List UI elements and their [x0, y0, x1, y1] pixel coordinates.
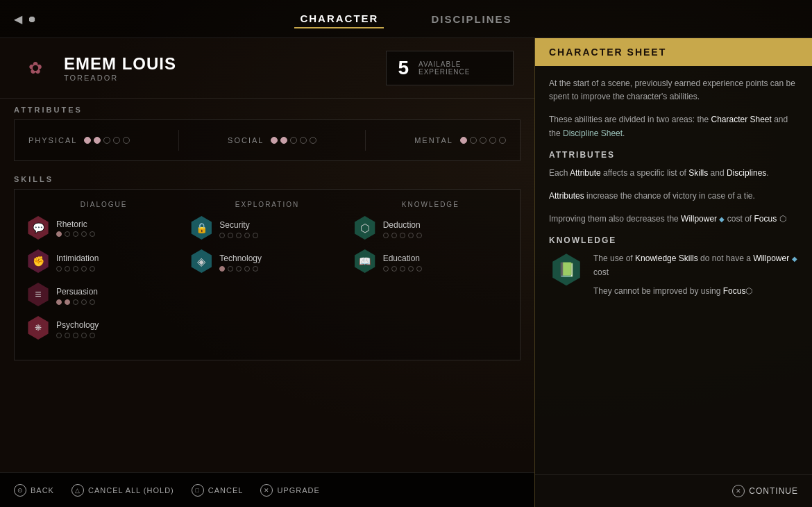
dot: [219, 266, 225, 272]
skill-item-education[interactable]: 📖 Education: [353, 249, 509, 274]
rhetoric-icon: 💬: [26, 215, 51, 240]
deduction-icon: ⬡: [353, 215, 378, 240]
knowledge-texts: The use of Knowledge Skills do not have …: [593, 252, 798, 308]
dialogue-label: DIALOGUE: [26, 201, 182, 208]
tab-character[interactable]: CHARACTER: [294, 10, 384, 28]
education-info: Education: [383, 251, 422, 272]
technology-dots: [219, 266, 262, 272]
right-bottom-bar: ✕ CONTINUE: [535, 474, 812, 507]
cancel-action[interactable]: □ CANCEL: [192, 484, 244, 497]
dot: [90, 333, 95, 338]
sheet-intro: At the start of a scene, previously earn…: [549, 77, 798, 103]
back-button[interactable]: ◀ ⏺: [14, 13, 37, 26]
dot: [56, 266, 62, 272]
willpower-highlight2: Willpower: [753, 254, 789, 263]
intimidation-info: Intimidation: [56, 251, 99, 272]
sheet-title: CHARACTER SHEET: [549, 47, 666, 58]
persuasion-name: Persuasion: [56, 287, 98, 297]
knowledge-icon: 📗: [550, 254, 582, 285]
psychology-name: Psychology: [56, 320, 99, 330]
security-icon: 🔒: [189, 215, 214, 240]
dot: [244, 266, 250, 272]
continue-label: CONTINUE: [749, 486, 798, 496]
security-dots: [219, 233, 258, 238]
experience-label: AVAILABLE EXPERIENCE: [418, 60, 502, 76]
dot: [280, 137, 287, 144]
dot: [81, 231, 87, 237]
mental-label: MENTAL: [414, 136, 453, 144]
skill-item-rhetoric[interactable]: 💬 Rhetoric: [26, 215, 182, 240]
dot: [73, 333, 78, 338]
dot: [236, 266, 242, 272]
skill-item-deduction[interactable]: ⬡ Deduction: [353, 215, 509, 240]
back-action[interactable]: ⊙ BACK: [14, 484, 54, 497]
rhetoric-name-dots: Rhetoric: [56, 219, 95, 229]
skills-title: SKILLS: [14, 175, 521, 183]
skill-item-intimidation[interactable]: ✊ Intimidation: [26, 249, 182, 274]
character-name: EMEM LOUIS: [64, 54, 372, 74]
back-arrow-icon: ◀: [14, 13, 22, 26]
dot: [499, 137, 506, 144]
physical-label: PHYSICAL: [28, 136, 77, 144]
skill-item-security[interactable]: 🔒 Security: [189, 215, 345, 240]
divider: [178, 130, 179, 151]
dot: [460, 137, 467, 144]
skill-item-technology[interactable]: ◈ Technology: [189, 249, 345, 274]
dot: [236, 233, 242, 238]
back-circle-icon: ⊙: [14, 484, 26, 497]
skill-item-persuasion[interactable]: ≡ Persuasion: [26, 282, 182, 307]
top-nav: ◀ ⏺ CHARACTER DISCIPLINES: [0, 0, 812, 38]
dot: [253, 266, 258, 272]
security-hex: 🔒: [189, 216, 213, 240]
intimidation-icon: ✊: [26, 249, 51, 274]
knowledge-info-box: 📗 The use of Knowledge Skills do not hav…: [549, 252, 798, 308]
skills-highlight: Skills: [688, 168, 708, 178]
sheet-attributes-text1: Each Attribute affects a specific list o…: [549, 167, 798, 180]
persuasion-dots: [56, 299, 98, 305]
deduction-hex: ⬡: [353, 216, 377, 240]
knowledge-icon-wrap: 📗: [549, 252, 584, 287]
dot: [56, 333, 62, 338]
tab-disciplines[interactable]: DISCIPLINES: [425, 10, 517, 28]
dot: [73, 299, 78, 305]
character-clan: TOREADOR: [64, 74, 372, 82]
dot: [253, 233, 258, 238]
attributes-section: ATTRIBUTES PHYSICAL SO: [0, 99, 534, 168]
education-icon: 📖: [353, 249, 378, 274]
dot: [81, 333, 87, 338]
dot: [94, 137, 101, 144]
dot: [65, 333, 70, 338]
skills-section: SKILLS DIALOGUE 💬: [0, 168, 534, 472]
diamond-icon: ◆: [719, 215, 725, 223]
intimidation-dots: [56, 266, 99, 272]
upgrade-circle-icon: ✕: [260, 484, 273, 497]
dot: [56, 231, 62, 237]
continue-button[interactable]: ✕ CONTINUE: [732, 485, 798, 497]
skill-item-psychology[interactable]: ❋ Psychology: [26, 315, 182, 340]
dot: [408, 233, 414, 238]
knowledge-skills-highlight: Knowledge Skills: [635, 254, 698, 263]
back-label: BACK: [31, 486, 54, 494]
psychology-dots: [56, 333, 99, 338]
diamond-icon2: ◆: [792, 255, 797, 263]
dot: [271, 137, 278, 144]
dot: [480, 137, 487, 144]
mental-attribute: MENTAL: [414, 136, 506, 144]
deduction-info: Deduction: [383, 218, 422, 238]
persuasion-info: Persuasion: [56, 285, 98, 305]
technology-info: Technology: [219, 251, 262, 272]
deduction-name: Deduction: [383, 220, 421, 230]
knowledge-label: KNOWLEDGE: [353, 201, 509, 208]
experience-number: 5: [398, 57, 409, 79]
cancel-all-action[interactable]: △ CANCEL ALL (HOLD): [71, 484, 174, 497]
dot: [56, 299, 62, 305]
upgrade-action[interactable]: ✕ UPGRADE: [260, 484, 319, 497]
sheet-knowledge-title: KNOWLEDGE: [549, 235, 798, 245]
media-icon: ⏺: [28, 14, 37, 24]
dot: [81, 266, 87, 272]
right-panel: CHARACTER SHEET At the start of a scene,…: [534, 38, 812, 507]
cancel-label: CANCEL: [208, 486, 244, 494]
willpower-highlight: Willpower: [681, 214, 717, 224]
skills-box: DIALOGUE 💬 Rhetoric: [14, 189, 521, 360]
content-area: ✿ EMEM LOUIS TOREADOR 5 AVAILABLE EXPERI…: [0, 38, 812, 507]
